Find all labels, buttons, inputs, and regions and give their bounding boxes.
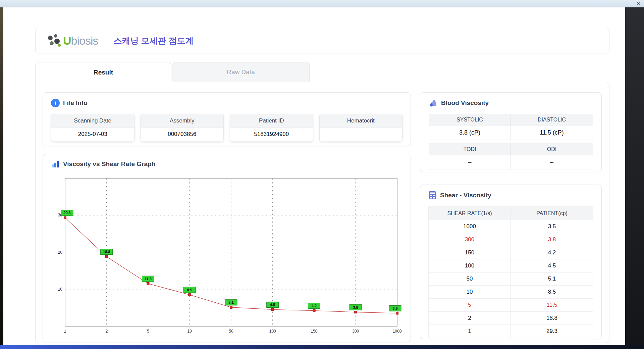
svg-text:20: 20 xyxy=(58,250,63,255)
left-column: i File Info Scanning Date 2025-07-03 Ass… xyxy=(43,92,411,343)
svg-text:11.5: 11.5 xyxy=(145,277,152,281)
logo-molecule-icon xyxy=(46,33,62,48)
shear-rate-cell: 1 xyxy=(429,325,511,338)
patient-cell: 18.8 xyxy=(511,312,593,325)
bv-value-row-2: – – xyxy=(429,155,593,169)
diastolic-label: DIASTOLIC xyxy=(511,114,593,126)
field-patient-id: Patient ID 51831924900 xyxy=(230,114,313,141)
patient-cell: 4.5 xyxy=(511,259,593,272)
desktop-edge-right xyxy=(625,7,644,345)
blood-viscosity-title-row: Blood Viscosity xyxy=(429,99,593,107)
todi-label: TODI xyxy=(429,143,511,155)
table-row: 5 11.5 xyxy=(429,299,593,312)
diastolic-value: 11.5 (cP) xyxy=(511,126,593,140)
bv-header-row: SYSTOLIC DIASTOLIC xyxy=(429,114,593,126)
systolic-value: 3.8 (cP) xyxy=(429,126,511,140)
svg-text:4.5: 4.5 xyxy=(270,303,275,307)
shear-rate-cell: 150 xyxy=(429,246,511,259)
svg-text:4.2: 4.2 xyxy=(312,304,317,308)
table-row: 2 18.8 xyxy=(429,312,593,325)
svg-text:29.3: 29.3 xyxy=(63,211,70,215)
svg-text:2: 2 xyxy=(105,329,108,334)
svg-text:8.5: 8.5 xyxy=(187,288,192,292)
taskbar-strip xyxy=(0,345,644,349)
field-value: 2025-07-03 xyxy=(51,128,134,141)
col-patient: PATIENT(cp) xyxy=(511,206,593,220)
app-header: Ubiosis 스캐닝 모세관 점도계 xyxy=(35,28,609,53)
viscosity-chart: 1020301251050100150300100029.318.811.58.… xyxy=(50,174,411,338)
tab-raw-data[interactable]: Raw Data xyxy=(172,62,310,82)
field-assembly: Assembly 000703856 xyxy=(141,114,224,141)
svg-text:50: 50 xyxy=(229,329,233,334)
file-info-card: i File Info Scanning Date 2025-07-03 Ass… xyxy=(43,92,411,146)
info-icon: i xyxy=(51,99,60,107)
shear-rate-cell: 5 xyxy=(429,299,511,312)
systolic-label: SYSTOLIC xyxy=(429,114,511,126)
svg-text:100: 100 xyxy=(269,329,276,334)
blood-viscosity-title: Blood Viscosity xyxy=(441,99,489,107)
logo-text-biosis: biosis xyxy=(71,34,98,47)
patient-cell: 4.2 xyxy=(511,246,593,259)
table-row: 10 8.5 xyxy=(429,286,593,299)
field-label: Scanning Date xyxy=(51,114,134,128)
window-titlebar: × xyxy=(0,0,644,7)
file-info-title-row: i File Info xyxy=(51,99,402,107)
table-row: 150 4.2 xyxy=(429,246,593,259)
app-window: Ubiosis 스캐닝 모세관 점도계 Result Raw Data i Fi… xyxy=(3,7,625,345)
tab-bar: Result Raw Data xyxy=(35,62,609,82)
shear-rate-cell: 100 xyxy=(429,259,511,272)
field-hematocrit: Hematocrit xyxy=(319,114,403,141)
right-column: Blood Viscosity SYSTOLIC DIASTOLIC 3.8 (… xyxy=(420,92,602,343)
patient-cell: 8.5 xyxy=(511,286,593,299)
patient-cell: 3.8 xyxy=(511,233,593,246)
file-info-title: File Info xyxy=(63,99,88,107)
svg-text:1000: 1000 xyxy=(393,329,402,334)
field-label: Assembly xyxy=(141,114,224,128)
todi-value: – xyxy=(429,155,511,169)
graph-title-row: Viscosity vs Shear Rate Graph xyxy=(51,160,411,168)
col-shear-rate: SHEAR RATE(1/s) xyxy=(429,206,511,220)
shear-rate-cell: 1000 xyxy=(429,220,511,233)
field-value xyxy=(320,128,402,141)
svg-text:10: 10 xyxy=(187,329,192,334)
patient-cell: 29.3 xyxy=(511,325,593,338)
svg-text:5.1: 5.1 xyxy=(228,300,233,304)
table-row: 1 29.3 xyxy=(429,325,593,338)
result-panel: i File Info Scanning Date 2025-07-03 Ass… xyxy=(35,82,609,343)
sv-header-row: SHEAR RATE(1/s) PATIENT(cp) xyxy=(429,206,593,220)
odi-value: – xyxy=(511,155,593,169)
droplet-icon xyxy=(429,99,438,107)
svg-text:5: 5 xyxy=(147,329,149,334)
svg-text:1: 1 xyxy=(64,329,66,334)
table-icon xyxy=(428,191,437,200)
bv-value-row: 3.8 (cP) 11.5 (cP) xyxy=(429,126,593,140)
svg-text:3.5: 3.5 xyxy=(392,306,397,310)
desktop-edge-left xyxy=(0,7,3,345)
desktop-background: × Ubiosis 스캐닝 모세관 점도계 xyxy=(0,0,644,349)
logo-text-u: U xyxy=(63,34,71,47)
shear-rate-cell: 300 xyxy=(429,233,511,246)
tab-result[interactable]: Result xyxy=(35,62,171,82)
patient-cell: 3.5 xyxy=(511,220,593,233)
svg-text:3.8: 3.8 xyxy=(353,305,358,309)
svg-text:150: 150 xyxy=(311,329,317,334)
table-row: 50 5.1 xyxy=(429,272,593,286)
bv-header-row-2: TODI ODI xyxy=(429,143,593,155)
shear-rate-cell: 10 xyxy=(429,286,511,299)
page-title: 스캐닝 모세관 점도계 xyxy=(114,35,194,46)
ubiosis-logo: Ubiosis xyxy=(46,33,98,48)
field-scanning-date: Scanning Date 2025-07-03 xyxy=(51,114,135,141)
table-row: 300 3.8 xyxy=(429,233,593,246)
field-value: 51831924900 xyxy=(230,128,313,141)
graph-title: Viscosity vs Shear Rate Graph xyxy=(63,160,155,168)
shear-viscosity-title-row: Shear - Viscosity xyxy=(428,191,593,200)
field-value: 000703856 xyxy=(141,128,224,141)
patient-cell: 11.5 xyxy=(511,299,593,312)
svg-text:10: 10 xyxy=(58,287,63,292)
bar-chart-icon xyxy=(51,160,60,168)
svg-text:300: 300 xyxy=(352,329,359,334)
close-icon[interactable]: × xyxy=(637,0,640,7)
shear-viscosity-card: Shear - Viscosity SHEAR RATE(1/s) PATIEN… xyxy=(420,185,602,339)
shear-rate-cell: 50 xyxy=(429,272,511,286)
graph-card: Viscosity vs Shear Rate Graph 1020301251… xyxy=(43,154,411,342)
